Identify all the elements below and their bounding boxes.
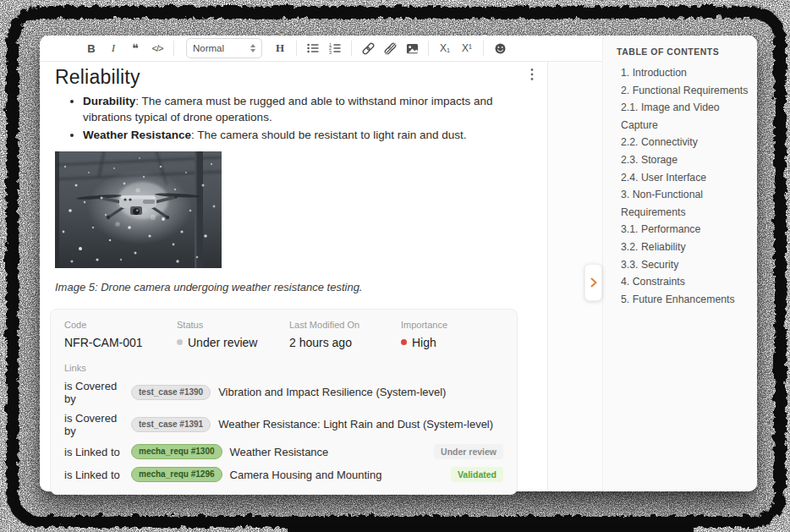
link-title[interactable]: Vibration and Impact Resilience (System-…: [218, 386, 446, 398]
drone-image[interactable]: [55, 151, 222, 268]
select-stepper-icon: [250, 44, 255, 52]
bold-button[interactable]: B: [80, 38, 102, 58]
toc-item-constraints[interactable]: 4. Constraints: [617, 273, 749, 291]
field-last-modified: Last Modified On 2 hours ago: [289, 320, 401, 349]
link-title[interactable]: Weather Resistance: Light Rain and Dust …: [218, 418, 493, 431]
link-row: is Covered by test_case #1390 Vibration …: [64, 380, 503, 405]
svg-text:3: 3: [329, 50, 332, 55]
toc-item-functional-requirements[interactable]: 2. Functional Requirements: [617, 82, 749, 100]
blockquote-button[interactable]: ❝: [124, 38, 146, 58]
toc-title: TABLE OF CONTENTS: [617, 47, 749, 57]
italic-button[interactable]: I: [102, 38, 124, 58]
screenshot-canvas: B I ❝ </> Normal H: [0, 0, 790, 532]
paragraph-style-value: Normal: [193, 43, 224, 53]
toc-item-connectivity[interactable]: 2.2. Connectivity: [617, 134, 749, 151]
toc-item-image-video-capture[interactable]: 2.1. Image and Video Capture: [617, 99, 749, 134]
toc-item-security[interactable]: 3.3. Security: [617, 256, 749, 274]
ordered-list-icon: 123: [328, 41, 342, 55]
link-badge[interactable]: test_case #1391: [131, 417, 211, 432]
toc-item-introduction[interactable]: 1. Introduction: [617, 64, 749, 82]
toolbar-separator: [296, 41, 297, 56]
code-block-button[interactable]: </>: [146, 38, 168, 58]
kebab-menu-icon: [530, 68, 534, 81]
subscript-button[interactable]: X₁: [434, 38, 456, 58]
links-label: Links: [64, 363, 503, 373]
document-page: Reliability Durability: The camera must …: [40, 62, 548, 491]
toolbar-separator: [351, 41, 352, 56]
toc-item-performance[interactable]: 3.1. Performance: [617, 221, 749, 239]
link-button[interactable]: [357, 38, 379, 58]
toc-item-non-functional-requirements[interactable]: 3. Non-Functional Requirements: [617, 186, 749, 221]
link-status-badge: Under review: [434, 444, 503, 459]
toc-item-reliability[interactable]: 3.2. Reliability: [617, 239, 749, 256]
bullet-weather-resistance: Weather Resistance: The camera should be…: [83, 128, 532, 144]
toc-item-storage[interactable]: 2.3. Storage: [617, 151, 749, 169]
toolbar-separator: [483, 41, 484, 56]
toc-item-future-enhancements[interactable]: 5. Future Enhancements: [617, 291, 749, 309]
toolbar-separator: [428, 41, 429, 56]
chevron-right-icon: [590, 277, 597, 288]
unlink-button[interactable]: [379, 38, 401, 58]
link-badge[interactable]: test_case #1390: [131, 385, 211, 400]
status-dot: [177, 339, 183, 345]
bullet-list-button[interactable]: [302, 38, 324, 58]
link-badge[interactable]: mecha_requ #1296: [131, 467, 222, 482]
ordered-list-button[interactable]: 123: [324, 38, 346, 58]
insert-image-button[interactable]: [401, 38, 423, 58]
link-title[interactable]: Camera Housing and Mounting: [230, 469, 382, 481]
field-status: Status Under review: [177, 320, 289, 349]
toc-item-user-interface[interactable]: 2.4. User Interface: [617, 169, 749, 187]
emoji-button[interactable]: [489, 38, 511, 58]
heading-button[interactable]: H: [269, 38, 291, 58]
image-caption: Image 5: Drone camera undergoing weather…: [55, 281, 532, 293]
link-title[interactable]: Weather Resistance: [230, 446, 329, 458]
requirement-bullets: Durability: The camera must be rugged an…: [55, 94, 532, 144]
emoji-icon: [494, 42, 507, 55]
link-row: is Covered by test_case #1391 Weather Re…: [64, 412, 503, 437]
bullet-durability: Durability: The camera must be rugged an…: [83, 94, 532, 125]
card-fields: Code NFR-CAM-001 Status Under review Las…: [64, 320, 503, 349]
importance-dot: [401, 339, 407, 345]
link-badge[interactable]: mecha_requ #1300: [131, 444, 222, 459]
link-status-badge: Validated: [451, 467, 503, 482]
section-menu-button[interactable]: [527, 64, 537, 87]
app-window: B I ❝ </> Normal H: [40, 36, 757, 491]
requirement-details-card: Code NFR-CAM-001 Status Under review Las…: [50, 309, 518, 495]
toolbar-separator: [173, 41, 174, 56]
unlink-icon: [383, 41, 398, 56]
editor-toolbar: B I ❝ </> Normal H: [40, 36, 602, 62]
field-importance: Importance High: [401, 320, 503, 349]
bullet-list-icon: [306, 41, 320, 55]
paragraph-style-select[interactable]: Normal: [186, 38, 262, 58]
link-row: is Linked to mecha_requ #1296 Camera Hou…: [64, 467, 503, 483]
superscript-button[interactable]: X¹: [456, 38, 478, 58]
editor-panel: B I ❝ </> Normal H: [40, 36, 602, 491]
drone-image-art: [55, 151, 222, 268]
link-row: is Linked to mecha_requ #1300 Weather Re…: [64, 444, 503, 460]
image-icon: [406, 42, 419, 55]
field-code: Code NFR-CAM-001: [64, 320, 177, 349]
section-heading: Reliability: [55, 66, 532, 89]
link-icon: [361, 41, 376, 56]
toc-collapse-tab[interactable]: [584, 264, 602, 301]
toc-sidebar: TABLE OF CONTENTS 1. Introduction 2. Fun…: [602, 36, 757, 491]
